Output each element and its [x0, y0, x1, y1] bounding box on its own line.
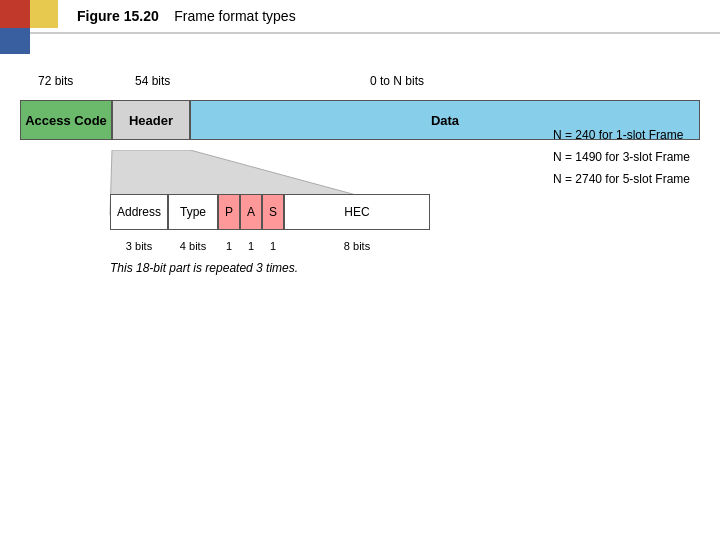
bit-label-n: 0 to N bits — [370, 74, 424, 88]
top-bit-labels: 72 bits 54 bits 0 to N bits — [20, 74, 700, 98]
svg-rect-0 — [0, 0, 30, 28]
bit-label-address: 3 bits — [110, 240, 168, 252]
header-cell: Header — [112, 100, 190, 140]
sub-bit-labels: 3 bits 4 bits 1 1 1 8 bits — [110, 240, 430, 252]
n-label-240: N = 240 for 1-slot Frame — [553, 124, 690, 146]
note-text: This 18-bit part is repeated 3 times. — [110, 261, 298, 275]
bit-label-hec: 8 bits — [284, 240, 430, 252]
type-cell: Type — [168, 194, 218, 230]
bit-label-s: 1 — [262, 240, 284, 252]
n-labels-container: N = 240 for 1-slot Frame N = 1490 for 3-… — [553, 124, 690, 190]
figure-title-text: Frame format types — [174, 8, 295, 24]
page-container: Figure 15.20 Frame format types 72 bits … — [0, 0, 720, 540]
header-accent-icon — [0, 0, 60, 55]
header-divider — [0, 33, 720, 34]
bit-label-type: 4 bits — [168, 240, 218, 252]
access-code-cell: Access Code — [20, 100, 112, 140]
n-label-1490: N = 1490 for 3-slot Frame — [553, 146, 690, 168]
figure-title: Figure 15.20 Frame format types — [77, 8, 296, 24]
address-cell: Address — [110, 194, 168, 230]
sub-frame-row: Address Type P A S HEC — [110, 194, 430, 230]
note-container: This 18-bit part is repeated 3 times. — [20, 260, 700, 275]
a-cell: A — [240, 194, 262, 230]
svg-rect-1 — [30, 0, 58, 28]
figure-label: Figure 15.20 — [77, 8, 159, 24]
p-cell: P — [218, 194, 240, 230]
svg-rect-2 — [0, 28, 30, 54]
n-label-2740: N = 2740 for 5-slot Frame — [553, 168, 690, 190]
hec-cell: HEC — [284, 194, 430, 230]
bit-label-p: 1 — [218, 240, 240, 252]
bit-label-54: 54 bits — [135, 74, 170, 88]
bit-label-a: 1 — [240, 240, 262, 252]
diagram-area: 72 bits 54 bits 0 to N bits Access Code … — [20, 74, 700, 275]
s-cell: S — [262, 194, 284, 230]
bit-label-72: 72 bits — [38, 74, 73, 88]
figure-header: Figure 15.20 Frame format types — [0, 0, 720, 33]
